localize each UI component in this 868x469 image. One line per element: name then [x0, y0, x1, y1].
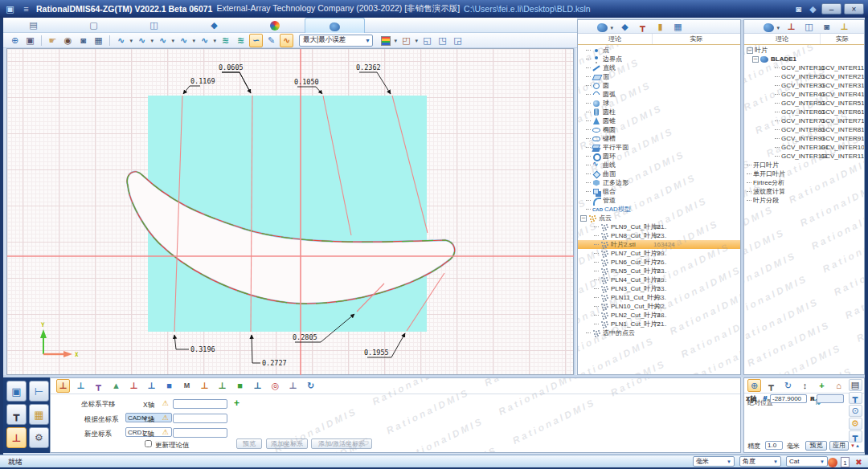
coord-plane-icon[interactable] [109, 379, 123, 393]
window-send-icon[interactable] [451, 34, 465, 47]
view-window-icon[interactable] [802, 21, 816, 33]
add-coord-button[interactable]: 添加坐标系 [266, 438, 308, 449]
probe-view2-icon[interactable] [849, 430, 862, 442]
machine-axis-value[interactable] [770, 394, 807, 403]
blade-analysis-item[interactable]: 开口叶片 [744, 161, 864, 169]
pointcloud-item[interactable]: PLN5_Cut_叶片2.stl_... 783 [578, 267, 740, 275]
pointcloud-item[interactable]: PLN8_Cut_叶片2.stl_... 823 [578, 231, 740, 240]
viewport-3d[interactable]: 0.1169 0.0605 0.1050 0.2362 0.3196 0.272… [6, 48, 574, 375]
compare-curve-icon[interactable] [135, 34, 149, 47]
tree-item-blade-root[interactable]: 叶片 [744, 46, 864, 55]
pan-icon[interactable] [8, 34, 22, 47]
tree-item-pointcloud-group[interactable]: 点云 [578, 214, 740, 222]
feature-tree-item[interactable]: 圆 [578, 81, 740, 90]
x-offset-input[interactable] [173, 399, 227, 409]
scroll-arrows-icon[interactable]: ▼▲ [850, 443, 860, 448]
smooth-curve-icon[interactable] [234, 34, 248, 47]
settings-icon[interactable] [849, 418, 862, 430]
feature-tree-item[interactable]: 正多边形 [578, 178, 740, 187]
blade-section-row[interactable]: GCV_INTER71 GCV_INTER71 [744, 116, 864, 125]
machine-probe-icon[interactable] [764, 379, 778, 392]
fit-curve-icon[interactable] [219, 34, 232, 47]
machine-view-icon[interactable] [849, 379, 862, 391]
feature-tree-item[interactable]: 组合 [578, 187, 740, 196]
doc-count-icon[interactable] [841, 457, 850, 467]
coord-m1-icon[interactable] [215, 379, 229, 393]
feature-tree-item[interactable]: 曲线 [578, 161, 740, 169]
preview-button[interactable]: 预览 [805, 441, 827, 451]
blade-section-row[interactable]: GCV_INTER61 GCV_INTER61 [744, 108, 864, 116]
estop-icon[interactable] [828, 458, 837, 467]
feature-tree-item[interactable]: 平行平面 [578, 143, 740, 152]
pointcloud-item[interactable]: PLN4_Cut_叶片2.stl_... 749 [578, 275, 740, 284]
cloud-menu-icon[interactable] [763, 21, 775, 33]
camera-small-icon[interactable] [820, 21, 833, 33]
status-dropdown[interactable]: Cat ▼ [786, 456, 828, 467]
window-import-icon[interactable] [436, 34, 449, 47]
scan-curve-icon[interactable] [177, 34, 190, 47]
feature-tree-item[interactable]: 键槽 [578, 134, 740, 143]
report-small-icon[interactable] [837, 21, 851, 33]
probe-box-icon[interactable] [6, 381, 27, 402]
coord-rotate-icon[interactable] [74, 379, 88, 393]
machine-tools-icon[interactable] [29, 427, 49, 448]
coord-fit-icon[interactable] [92, 379, 105, 393]
feature-tree-item[interactable]: 面 [578, 72, 740, 81]
theme-icon[interactable] [807, 3, 819, 15]
grab-icon[interactable] [46, 34, 59, 47]
feature-tree-item[interactable]: 圆弧 [578, 90, 740, 99]
status-dropdown[interactable]: 毫米 ▼ [693, 456, 735, 467]
brush-icon[interactable] [264, 34, 278, 47]
collision-icon[interactable] [853, 456, 865, 468]
feature-tree-item[interactable]: 曲面 [578, 169, 740, 178]
joystick-icon[interactable] [798, 379, 812, 392]
ribbon-tab[interactable] [305, 18, 365, 33]
color-map-icon[interactable] [379, 34, 392, 47]
probe-view-icon[interactable] [849, 392, 862, 404]
ribbon-tab[interactable] [184, 18, 244, 33]
blade-section-row[interactable]: GCV_INTER101 GCV_INTER101 [744, 143, 864, 152]
blade-analysis-item[interactable]: 单开口叶片 [744, 169, 864, 178]
add-icon[interactable] [231, 398, 243, 410]
home-icon[interactable] [832, 379, 845, 392]
pointcloud-item[interactable]: PLN10_Cut_叶片2.stl... 902 [578, 302, 740, 311]
caliper-icon[interactable] [29, 381, 49, 402]
pointcloud-item[interactable]: PLN6_Cut_叶片2.stl_... 776 [578, 258, 740, 267]
coord-machine-icon[interactable] [180, 379, 194, 393]
coord-system-icon[interactable] [6, 427, 27, 448]
coord-cube-icon[interactable] [162, 379, 176, 393]
ribbon-tab[interactable] [244, 18, 305, 33]
apply-button[interactable]: 应用 [829, 441, 849, 451]
blade-analysis-item[interactable]: 叶片分段 [744, 196, 864, 205]
machine-rotate-icon[interactable] [781, 379, 795, 392]
probe-icon[interactable] [6, 404, 27, 425]
feature-tree-item[interactable]: 管道 [578, 196, 740, 205]
report-window-icon[interactable] [399, 34, 413, 47]
coord-6pt-icon[interactable] [145, 379, 158, 393]
zoom-window-icon[interactable] [23, 34, 37, 47]
cloud-menu-icon[interactable] [596, 21, 608, 33]
ribbon-tab[interactable] [124, 18, 184, 33]
z-offset-input[interactable] [173, 428, 227, 438]
blade-section-row[interactable]: GCV_INTER31 GCV_INTER31 [744, 81, 864, 90]
blade-section-row[interactable]: GCV_INTER51 GCV_INTER51 [744, 99, 864, 108]
coord-bestfit-icon[interactable] [233, 379, 247, 393]
precision-input[interactable] [765, 441, 783, 450]
tree-item-blade1[interactable]: BLADE1 [744, 55, 864, 63]
machine-rotary-value[interactable] [817, 394, 844, 403]
feature-tree-item[interactable]: 直线 [578, 63, 740, 72]
align-curve-icon[interactable] [198, 34, 211, 47]
tree-item-cad-model[interactable]: CAD CAD模型 [578, 205, 740, 214]
minimize-button[interactable]: – [821, 3, 841, 14]
deviation-color-icon[interactable] [280, 34, 293, 47]
pointcloud-item[interactable]: PLN11_Cut_叶片2.stl... 933 [578, 293, 740, 302]
blade-analysis-item[interactable]: 波纹度计算 [744, 187, 864, 196]
tree-item-selected-cloud[interactable]: 选中的点云 [578, 328, 740, 337]
orbit-eye-icon[interactable] [61, 34, 75, 47]
add-activate-coord-button[interactable]: 添加/激活坐标系 [311, 438, 372, 449]
feature-tree-item[interactable]: 点 [578, 46, 740, 55]
tool-rack-icon[interactable] [29, 404, 49, 425]
blade-section-row[interactable]: GCV_INTER11 GCV_INTER11 [744, 63, 864, 72]
machine-move-icon[interactable] [747, 379, 761, 392]
feature-tree-item[interactable]: 圆环 [578, 152, 740, 161]
